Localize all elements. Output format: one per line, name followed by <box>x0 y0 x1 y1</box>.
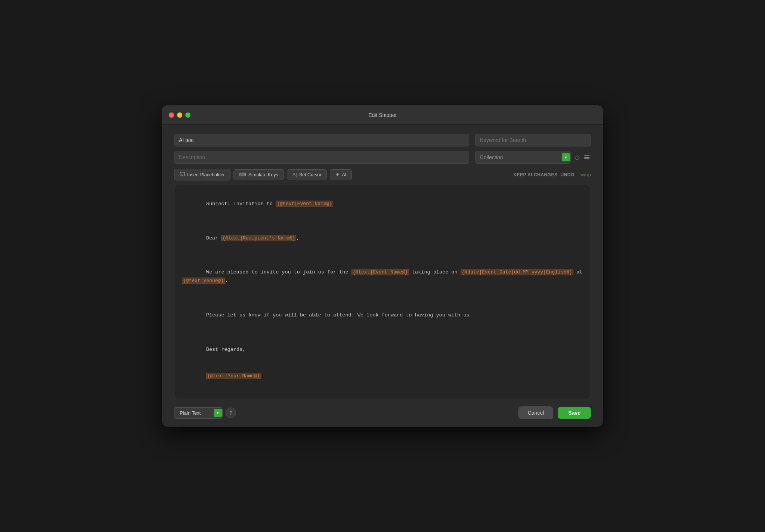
editor-line-4-empty <box>182 252 583 259</box>
editor-line-2-empty <box>182 218 583 225</box>
traffic-lights <box>169 112 191 118</box>
collection-select-wrap: Collection Default Work Personal ▾ <box>475 151 571 164</box>
text-subject: Subject: Invitation to <box>206 201 276 207</box>
format-chevron-icon: ▾ <box>217 411 219 415</box>
snippet-name-input[interactable] <box>174 134 469 146</box>
svg-rect-0 <box>584 155 589 156</box>
text-comma: , <box>296 235 299 241</box>
cancel-button[interactable]: Cancel <box>518 406 554 419</box>
placeholder-venue: {@text|Venue@} <box>182 278 225 284</box>
desc-row: Collection Default Work Personal ▾ ◇ <box>174 151 591 164</box>
text-best-regards: Best regards, <box>206 347 245 352</box>
list-icon-button[interactable] <box>583 153 591 161</box>
insert-placeholder-label: Insert Placeholder <box>187 172 225 177</box>
ai-button[interactable]: ✦ AI <box>330 169 352 180</box>
set-cursor-button[interactable]: A| Set Cursor <box>287 169 327 180</box>
list-icon <box>583 154 590 161</box>
keyboard-icon: ⌨ <box>239 172 246 177</box>
editor-area[interactable]: Subject: Invitation to {@text|Event Name… <box>174 185 591 399</box>
collection-row: Collection Default Work Personal ▾ ◇ <box>475 151 591 164</box>
editor-line-5: We are pleased to invite you to join us … <box>182 260 583 294</box>
text-at: at <box>573 269 585 275</box>
placeholder-event-name-2: {@text|Event Name@} <box>351 269 409 275</box>
close-button[interactable] <box>169 112 174 118</box>
text-period-1: . <box>225 278 228 284</box>
editor-line-10: {@text|Your Name@} <box>182 364 583 389</box>
text-please: Please let us know if you will be able t… <box>206 312 473 318</box>
editor-line-1: Subject: Invitation to {@text|Event Name… <box>182 191 583 217</box>
top-row <box>174 134 591 146</box>
collection-select[interactable]: Collection Default Work Personal <box>475 151 571 164</box>
bottom-row: Plain Text Rich Text HTML Markdown ▾ ? C… <box>174 405 591 419</box>
chevron-down-icon: ▾ <box>565 155 567 160</box>
text-taking-place: taking place on <box>409 269 461 275</box>
save-button[interactable]: Save <box>558 407 591 419</box>
maximize-button[interactable] <box>185 112 191 118</box>
editor-line-7: Please let us know if you will be able t… <box>182 303 583 328</box>
svg-rect-1 <box>584 157 589 158</box>
placeholder-icon: A <box>180 171 185 178</box>
main-window: Edit Snippet Collection Default Work Per… <box>162 105 603 427</box>
editor-line-9: Best regards, <box>182 337 583 363</box>
titlebar: Edit Snippet <box>162 105 603 125</box>
insert-placeholder-button[interactable]: A Insert Placeholder <box>174 169 230 180</box>
format-select-wrap: Plain Text Rich Text HTML Markdown ▾ <box>174 407 223 419</box>
window-title: Edit Snippet <box>368 112 397 118</box>
minimize-button[interactable] <box>177 112 182 118</box>
bottom-left: Plain Text Rich Text HTML Markdown ▾ ? <box>174 407 236 419</box>
simulate-keys-label: Simulate Keys <box>248 172 278 177</box>
text-dear: Dear <box>206 235 222 241</box>
toolbar-row: A Insert Placeholder ⌨ Simulate Keys A| … <box>174 169 591 180</box>
description-input[interactable] <box>174 151 469 164</box>
tag-icon-button[interactable]: ◇ <box>574 152 580 162</box>
editor-line-8-empty <box>182 329 583 336</box>
svg-rect-2 <box>584 158 589 159</box>
editor-line-6-empty <box>182 295 583 302</box>
wrap-label: wrap <box>580 172 591 177</box>
simulate-keys-button[interactable]: ⌨ Simulate Keys <box>233 169 284 180</box>
help-button[interactable]: ? <box>226 408 236 418</box>
undo-button[interactable]: UNDO <box>560 172 574 177</box>
placeholder-your-name: {@text|Your Name@} <box>206 373 261 379</box>
ai-icon: ✦ <box>335 172 340 177</box>
keyword-input[interactable] <box>475 134 591 146</box>
ai-label: AI <box>342 172 346 177</box>
placeholder-event-date: {@date|Event Date|dd.MM.yyyy|English@} <box>461 269 573 275</box>
set-cursor-label: Set Cursor <box>299 172 322 177</box>
bottom-right: Cancel Save <box>518 406 591 419</box>
cursor-icon: A| <box>292 172 297 177</box>
collection-icons: ◇ <box>574 152 591 162</box>
collection-dropdown-arrow: ▾ <box>562 153 570 161</box>
content-area: Collection Default Work Personal ▾ ◇ <box>162 125 603 427</box>
placeholder-event-name-1: {@text|Event Name@} <box>276 201 333 207</box>
keep-ai-button[interactable]: KEEP AI CHANGES <box>513 172 557 177</box>
placeholder-recipient-name: {@text|Recipient's Name@} <box>221 235 296 241</box>
text-pleased: We are pleased to invite you to join us … <box>206 269 351 275</box>
svg-text:A: A <box>181 173 183 176</box>
editor-line-3: Dear {@text|Recipient's Name@}, <box>182 226 583 251</box>
insert-icon: A <box>180 171 185 177</box>
format-dropdown-arrow: ▾ <box>214 409 222 417</box>
